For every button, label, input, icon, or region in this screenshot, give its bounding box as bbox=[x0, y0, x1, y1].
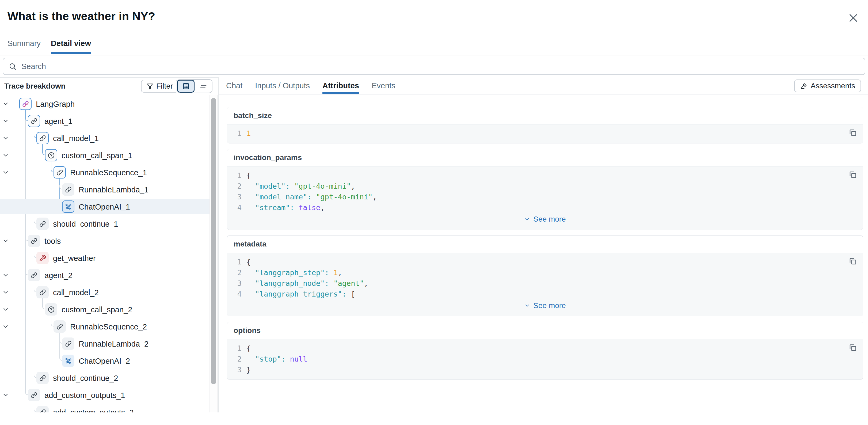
chevron-down-icon[interactable] bbox=[2, 392, 9, 398]
code-line: 4 "stream": false, bbox=[227, 202, 863, 213]
code-block: 1{2 "model": "gpt-4o-mini",3 "model_name… bbox=[227, 166, 863, 230]
see-more-link[interactable]: See more bbox=[227, 300, 863, 312]
tree-node-chatopenai_1[interactable]: ChatOpenAI_1 bbox=[0, 199, 210, 214]
attribute-card-title: invocation_params bbox=[227, 149, 863, 166]
tree-node-label: LangGraph bbox=[36, 99, 75, 109]
tree-node-should_continue_1[interactable]: should_continue_1 bbox=[0, 216, 210, 232]
chain-icon bbox=[54, 166, 66, 179]
copy-button[interactable] bbox=[848, 343, 858, 352]
attribute-card-batch_size: batch_size11 bbox=[227, 107, 863, 144]
see-more-label: See more bbox=[533, 214, 566, 224]
detail-tab-events[interactable]: Events bbox=[372, 77, 396, 94]
tab-detail-view[interactable]: Detail view bbox=[51, 39, 91, 54]
line-number: 3 bbox=[233, 192, 242, 202]
search-input[interactable] bbox=[22, 62, 860, 71]
attribute-card-title: batch_size bbox=[227, 107, 863, 124]
copy-icon bbox=[848, 343, 858, 352]
tree-node-label: custom_call_span_2 bbox=[62, 305, 132, 314]
span-list-view-toggle[interactable] bbox=[177, 80, 194, 93]
tree-node-label: RunnableSequence_1 bbox=[70, 168, 147, 177]
line-number: 1 bbox=[233, 170, 242, 181]
detail-tab-inputs-outputs[interactable]: Inputs / Outputs bbox=[255, 77, 310, 94]
trace-tree: LangGraphagent_1call_model_1custom_call_… bbox=[0, 95, 218, 413]
copy-button[interactable] bbox=[848, 170, 858, 179]
chain-icon bbox=[28, 235, 40, 247]
chevron-down-icon[interactable] bbox=[2, 272, 9, 279]
line-number: 4 bbox=[233, 202, 242, 213]
chain-icon bbox=[28, 389, 40, 401]
tree-node-should_continue_2[interactable]: should_continue_2 bbox=[0, 370, 210, 386]
tree-node-agent_1[interactable]: agent_1 bbox=[0, 113, 210, 129]
chain-icon bbox=[36, 372, 49, 384]
see-more-label: See more bbox=[533, 300, 566, 311]
chevron-down-icon[interactable] bbox=[2, 237, 9, 244]
chain-icon bbox=[54, 321, 66, 333]
chain-icon bbox=[36, 406, 49, 413]
code-line: 3 "model_name": "gpt-4o-mini", bbox=[227, 192, 863, 202]
line-number: 1 bbox=[233, 257, 242, 267]
tree-node-get_weather[interactable]: get_weather bbox=[0, 250, 210, 266]
tree-node-runnablesequence_2[interactable]: RunnableSequence_2 bbox=[0, 319, 210, 334]
tree-node-add_custom_outputs_1[interactable]: add_custom_outputs_1 bbox=[0, 387, 210, 403]
chevron-down-icon[interactable] bbox=[2, 152, 9, 159]
copy-icon bbox=[848, 171, 858, 179]
code-line: 1{ bbox=[227, 170, 863, 181]
search-icon bbox=[8, 62, 17, 70]
assessments-button[interactable]: Assessments bbox=[794, 80, 861, 92]
copy-icon bbox=[848, 128, 858, 137]
tree-node-runnablelambda_1[interactable]: RunnableLambda_1 bbox=[0, 182, 210, 197]
tree-node-label: add_custom_outputs_1 bbox=[44, 391, 125, 400]
tab-summary[interactable]: Summary bbox=[7, 39, 41, 54]
line-number: 3 bbox=[233, 365, 242, 375]
chevron-down-icon[interactable] bbox=[2, 169, 9, 176]
page-title: What is the weather in NY? bbox=[7, 10, 155, 23]
tree-node-langgraph[interactable]: LangGraph bbox=[0, 96, 210, 112]
copy-icon bbox=[848, 257, 858, 266]
line-number: 3 bbox=[233, 278, 242, 289]
copy-button[interactable] bbox=[848, 257, 858, 266]
tree-node-call_model_1[interactable]: call_model_1 bbox=[0, 130, 210, 146]
tree-node-call_model_2[interactable]: call_model_2 bbox=[0, 284, 210, 300]
tree-node-custom_call_span_2[interactable]: custom_call_span_2 bbox=[0, 302, 210, 317]
detail-tab-chat[interactable]: Chat bbox=[226, 77, 242, 94]
tree-node-tools[interactable]: tools bbox=[0, 233, 210, 249]
close-button[interactable] bbox=[848, 12, 859, 24]
tree-node-agent_2[interactable]: agent_2 bbox=[0, 267, 210, 283]
list-view-icon bbox=[182, 83, 190, 90]
tree-node-label: agent_2 bbox=[44, 271, 72, 280]
chain-icon bbox=[36, 218, 49, 230]
wrench-icon bbox=[36, 252, 49, 264]
timeline-view-icon bbox=[199, 83, 207, 90]
tree-node-runnablesequence_1[interactable]: RunnableSequence_1 bbox=[0, 164, 210, 180]
tree-node-custom_call_span_1[interactable]: custom_call_span_1 bbox=[0, 148, 210, 163]
code-line: 3} bbox=[227, 365, 863, 375]
tree-node-add_custom_outputs_2[interactable]: add_custom_outputs_2 bbox=[0, 404, 210, 413]
trace-breakdown-title: Trace breakdown bbox=[4, 82, 66, 90]
tree-node-label: ChatOpenAI_2 bbox=[79, 356, 130, 366]
tree-node-label: ChatOpenAI_1 bbox=[79, 202, 130, 212]
chevron-down-icon[interactable] bbox=[2, 118, 9, 124]
tree-scrollbar-thumb[interactable] bbox=[211, 98, 216, 384]
attribute-card-options: options1{2 "stop": null3} bbox=[227, 322, 863, 380]
line-number: 2 bbox=[233, 181, 242, 192]
filter-label: Filter bbox=[156, 82, 173, 90]
chevron-down-icon[interactable] bbox=[2, 134, 9, 142]
tree-node-chatopenai_2[interactable]: ChatOpenAI_2 bbox=[0, 353, 210, 368]
tree-node-runnablelambda_2[interactable]: RunnableLambda_2 bbox=[0, 336, 210, 352]
span-detail-panel: ChatInputs / OutputsAttributesEvents Ass… bbox=[219, 77, 868, 413]
filter-button[interactable]: Filter bbox=[141, 80, 178, 93]
chevron-down-icon[interactable] bbox=[2, 306, 9, 313]
chain-icon bbox=[28, 115, 40, 127]
timeline-view-toggle[interactable] bbox=[194, 80, 212, 93]
copy-button[interactable] bbox=[848, 128, 858, 137]
code-line: 2 "model": "gpt-4o-mini", bbox=[227, 181, 863, 192]
assessments-label: Assessments bbox=[811, 82, 856, 90]
chevron-down-icon[interactable] bbox=[2, 100, 9, 107]
dialog-tabs: SummaryDetail view bbox=[7, 39, 91, 54]
chevron-down-icon[interactable] bbox=[2, 323, 9, 330]
tree-node-label: should_continue_1 bbox=[53, 219, 118, 229]
detail-tab-attributes[interactable]: Attributes bbox=[322, 77, 359, 94]
detail-tabs: ChatInputs / OutputsAttributesEvents bbox=[219, 77, 868, 94]
see-more-link[interactable]: See more bbox=[227, 213, 863, 225]
chevron-down-icon[interactable] bbox=[2, 289, 9, 296]
